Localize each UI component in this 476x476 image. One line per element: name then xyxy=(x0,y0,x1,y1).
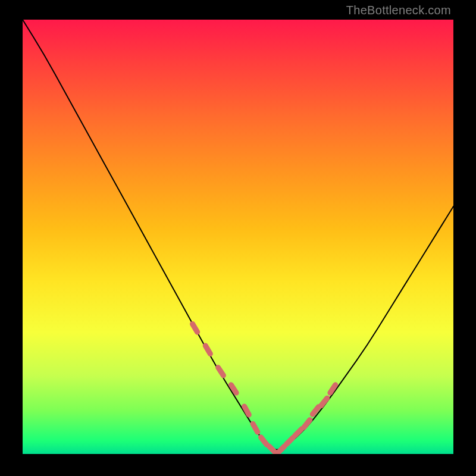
plot-area xyxy=(23,20,453,454)
highlight-dots-right xyxy=(278,385,336,453)
highlight-dash xyxy=(261,437,267,445)
watermark-text: TheBottleneck.com xyxy=(346,4,451,17)
bottleneck-curve xyxy=(23,20,453,450)
highlight-dash xyxy=(295,429,302,436)
highlight-dash xyxy=(304,420,310,428)
highlight-dash xyxy=(218,368,224,375)
highlight-dash xyxy=(286,437,293,444)
highlight-dash xyxy=(253,424,258,432)
curve-svg xyxy=(23,20,453,454)
highlight-dash xyxy=(278,446,284,453)
highlight-dash xyxy=(269,446,275,453)
highlight-dash xyxy=(321,398,327,406)
chart-stage: TheBottleneck.com xyxy=(0,0,476,476)
highlight-dash xyxy=(205,346,210,354)
highlight-dots-left xyxy=(193,324,276,453)
highlight-dash xyxy=(193,324,198,332)
